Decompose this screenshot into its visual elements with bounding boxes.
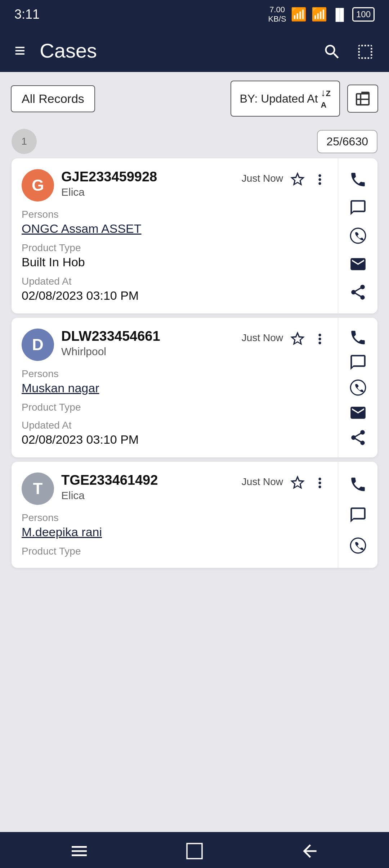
case-card-1: D DLW233454661 Whirlpool Just Now	[12, 318, 377, 457]
card-inline-actions-2: Just Now	[242, 473, 328, 491]
product-type-label-0: Product Type	[22, 242, 328, 254]
record-count-badge: 25/6630	[317, 130, 377, 153]
product-type-label-2: Product Type	[22, 546, 328, 557]
case-id-0[interactable]: GJE233459928	[61, 169, 234, 185]
battery-icon: 100	[352, 7, 375, 22]
persons-value-2[interactable]: M.deepika rani	[22, 525, 328, 539]
product-type-field-2: Product Type	[22, 546, 328, 557]
star-icon-2[interactable]	[289, 473, 306, 491]
star-icon-1[interactable]	[289, 329, 306, 347]
call-icon: 📶	[311, 7, 327, 22]
scroll-thumb: 1	[12, 129, 37, 154]
scroll-indicator-row: 1 25/6630	[6, 125, 383, 154]
updated-at-value-1: 02/08/2023 03:10 PM	[22, 433, 328, 447]
card-inline-actions-1: Just Now	[242, 329, 328, 347]
svg-point-0	[350, 229, 366, 244]
signal-icon: ▐▌	[332, 8, 348, 21]
updated-at-field-1: Updated At 02/08/2023 03:10 PM	[22, 420, 328, 447]
persons-value-0[interactable]: ONGC Assam ASSET	[22, 222, 328, 236]
persons-field-1: Persons Muskan nagar	[22, 368, 328, 395]
sort-arrow-icon: ↓ZA	[321, 87, 331, 110]
nav-menu-icon[interactable]	[69, 839, 89, 861]
case-sub-0: Elica	[61, 186, 234, 198]
persons-field-0: Persons ONGC Assam ASSET	[22, 209, 328, 236]
app-header: ≡ Cases	[0, 29, 389, 72]
card-actions-panel-2	[338, 462, 377, 568]
app-title: Cases	[40, 39, 308, 62]
case-card-0: G GJE233459928 Elica Just Now Per	[12, 158, 377, 313]
persons-field-2: Persons M.deepika rani	[22, 512, 328, 539]
whatsapp-action-icon-0[interactable]	[349, 227, 367, 245]
search-icon[interactable]	[323, 40, 341, 61]
wifi-icon: 📶	[291, 7, 307, 22]
nav-home-icon[interactable]	[184, 839, 205, 861]
svg-point-2	[350, 538, 366, 553]
layout-toggle-button[interactable]	[347, 85, 378, 113]
avatar-1: D	[22, 329, 54, 361]
card-inline-actions-0: Just Now	[242, 169, 328, 188]
more-options-icon-0[interactable]	[312, 169, 328, 187]
svg-point-1	[350, 380, 366, 395]
updated-at-value-0: 02/08/2023 03:10 PM	[22, 289, 328, 303]
avatar-2: T	[22, 473, 54, 505]
card-main-1: D DLW233454661 Whirlpool Just Now	[12, 318, 338, 457]
case-card-2: T TGE233461492 Elica Just Now Per	[12, 462, 377, 568]
product-type-field-0: Product Type Built In Hob	[22, 242, 328, 269]
timestamp-0: Just Now	[242, 173, 283, 184]
timestamp-2: Just Now	[242, 476, 283, 488]
all-records-filter[interactable]: All Records	[11, 85, 95, 112]
avatar-0: G	[22, 169, 54, 202]
card-title-block-1: DLW233454661 Whirlpool	[61, 329, 234, 358]
email-action-icon-0[interactable]	[349, 255, 367, 273]
card-header-row-1: D DLW233454661 Whirlpool Just Now	[22, 329, 328, 361]
sort-button[interactable]: BY: Updated At ↓ZA	[231, 81, 340, 117]
product-type-label-1: Product Type	[22, 402, 328, 413]
updated-at-label-0: Updated At	[22, 276, 328, 287]
status-icons: 7.00KB/S 📶 📶 ▐▌ 100	[268, 5, 375, 24]
chat-action-icon-1[interactable]	[349, 353, 367, 371]
timestamp-1: Just Now	[242, 332, 283, 344]
case-sub-1: Whirlpool	[61, 345, 234, 358]
status-bar: 3:11 7.00KB/S 📶 📶 ▐▌ 100	[0, 0, 389, 29]
nav-back-icon[interactable]	[300, 839, 320, 861]
persons-label-1: Persons	[22, 368, 328, 380]
card-main-2: T TGE233461492 Elica Just Now Per	[12, 462, 338, 568]
call-action-icon-1[interactable]	[349, 329, 367, 347]
chat-action-icon-0[interactable]	[349, 199, 367, 217]
bottom-navigation	[0, 832, 389, 868]
chat-action-icon-2[interactable]	[349, 506, 367, 524]
case-sub-2: Elica	[61, 489, 234, 502]
call-action-icon-2[interactable]	[349, 475, 367, 493]
card-actions-panel-1	[338, 318, 377, 457]
card-header-row-2: T TGE233461492 Elica Just Now	[22, 473, 328, 505]
updated-at-label-1: Updated At	[22, 420, 328, 431]
persons-label-0: Persons	[22, 209, 328, 220]
updated-at-field-0: Updated At 02/08/2023 03:10 PM	[22, 276, 328, 303]
case-id-1[interactable]: DLW233454661	[61, 329, 234, 344]
star-icon-0[interactable]	[289, 169, 306, 188]
whatsapp-action-icon-2[interactable]	[349, 537, 367, 555]
hamburger-menu-icon[interactable]: ≡	[14, 41, 25, 60]
email-action-icon-1[interactable]	[349, 404, 367, 422]
persons-label-2: Persons	[22, 512, 328, 524]
status-speed: 7.00KB/S	[268, 5, 286, 24]
card-title-block-2: TGE233461492 Elica	[61, 473, 234, 502]
view-toggle-icon[interactable]	[356, 40, 375, 61]
more-options-icon-1[interactable]	[312, 329, 328, 347]
card-actions-panel-0	[338, 158, 377, 313]
call-action-icon-0[interactable]	[349, 171, 367, 189]
share-action-icon-0[interactable]	[349, 283, 367, 301]
sort-label: BY: Updated At	[240, 92, 318, 105]
status-time: 3:11	[14, 7, 40, 22]
persons-value-1[interactable]: Muskan nagar	[22, 381, 328, 395]
more-options-icon-2[interactable]	[312, 473, 328, 491]
card-header-row-0: G GJE233459928 Elica Just Now	[22, 169, 328, 202]
filter-bar: All Records BY: Updated At ↓ZA	[0, 72, 389, 125]
whatsapp-action-icon-1[interactable]	[349, 379, 367, 397]
card-title-block-0: GJE233459928 Elica	[61, 169, 234, 198]
cases-list: 1 25/6630 G GJE233459928 Elica Just Now	[0, 125, 389, 568]
card-main-0: G GJE233459928 Elica Just Now Per	[12, 158, 338, 313]
product-type-value-0: Built In Hob	[22, 255, 328, 269]
share-action-icon-1[interactable]	[349, 429, 367, 447]
case-id-2[interactable]: TGE233461492	[61, 473, 234, 488]
